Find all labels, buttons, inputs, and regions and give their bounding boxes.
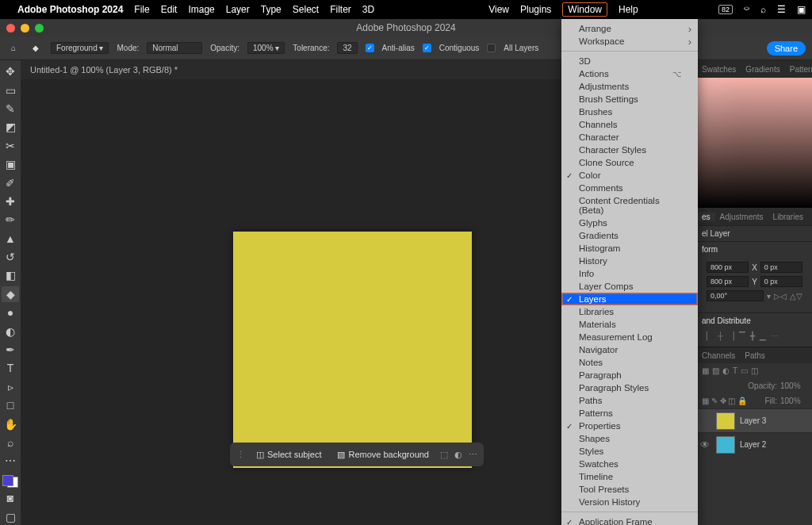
menu-item-libraries[interactable]: Libraries bbox=[561, 305, 698, 318]
menu-window[interactable]: Window bbox=[562, 2, 607, 17]
align-middle-icon[interactable]: ╋ bbox=[750, 331, 755, 340]
tab-p[interactable]: P bbox=[808, 213, 812, 221]
blur-tool[interactable]: ● bbox=[2, 305, 19, 320]
menu-image[interactable]: Image bbox=[188, 4, 214, 15]
menu-item-layer-comps[interactable]: Layer Comps bbox=[561, 280, 698, 293]
align-center-icon[interactable]: ┼ bbox=[718, 331, 723, 340]
contiguous-checkbox[interactable]: ✓ bbox=[423, 44, 431, 52]
menu-file[interactable]: File bbox=[134, 4, 149, 15]
object-select-tool[interactable]: ◩ bbox=[2, 119, 19, 135]
type-tool[interactable]: T bbox=[2, 360, 19, 376]
more-icon[interactable]: ⋯ bbox=[469, 450, 477, 460]
clone-stamp-tool[interactable]: ▲ bbox=[2, 231, 19, 247]
angle-input[interactable]: 0,00° bbox=[707, 290, 764, 301]
menu-select[interactable]: Select bbox=[293, 4, 319, 15]
menu-item-adjustments[interactable]: Adjustments bbox=[561, 80, 698, 93]
spotlight-icon[interactable]: ⌕ bbox=[760, 4, 766, 15]
align-right-icon[interactable]: ▕ bbox=[728, 331, 734, 340]
menu-item-swatches[interactable]: Swatches bbox=[561, 458, 698, 470]
anti-alias-checkbox[interactable]: ✓ bbox=[366, 44, 374, 52]
menu-item-3d[interactable]: 3D bbox=[561, 55, 698, 67]
lock-icons[interactable]: ▦ ✎ ✥ ◫ 🔒 bbox=[702, 397, 747, 405]
menu-edit[interactable]: Edit bbox=[161, 4, 178, 15]
menu-item-patterns[interactable]: Patterns bbox=[561, 407, 698, 420]
menu-help[interactable]: Help bbox=[619, 4, 638, 15]
menu-item-tool-presets[interactable]: Tool Presets bbox=[561, 483, 698, 496]
opacity-input[interactable]: 100% ▾ bbox=[247, 42, 285, 54]
pen-tool[interactable]: ✒ bbox=[2, 342, 19, 358]
menu-item-character[interactable]: Character bbox=[561, 131, 698, 144]
eyedropper-tool[interactable]: ✐ bbox=[2, 174, 19, 190]
home-icon[interactable]: ⌂ bbox=[6, 41, 21, 56]
hand-tool[interactable]: ✋ bbox=[2, 416, 19, 431]
paint-bucket-tool[interactable]: ◆ bbox=[2, 286, 19, 302]
align-more-icon[interactable]: ⋯ bbox=[771, 331, 779, 340]
tab-properties-partial[interactable]: es bbox=[697, 213, 715, 221]
creative-cloud-icon[interactable]: ▣ bbox=[797, 4, 806, 15]
align-left-icon[interactable]: ▏ bbox=[707, 331, 713, 340]
mode-select[interactable]: Normal bbox=[147, 42, 202, 54]
menu-item-arrange[interactable]: Arrange bbox=[561, 22, 698, 35]
crop-tool[interactable]: ✂ bbox=[2, 138, 19, 154]
tool-preset-icon[interactable]: ◆ bbox=[29, 41, 43, 56]
menu-item-paragraph-styles[interactable]: Paragraph Styles bbox=[561, 381, 698, 394]
close-window-button[interactable] bbox=[6, 24, 15, 33]
menu-item-actions[interactable]: Actions⌥ bbox=[561, 67, 698, 80]
menu-item-glyphs[interactable]: Glyphs bbox=[561, 217, 698, 229]
quick-mask-button[interactable]: ◙ bbox=[2, 490, 19, 506]
all-layers-checkbox[interactable] bbox=[487, 44, 496, 52]
marquee-tool[interactable]: ▭ bbox=[2, 82, 19, 98]
tab-adjustments[interactable]: Adjustments bbox=[715, 213, 768, 221]
tab-libraries[interactable]: Libraries bbox=[768, 213, 808, 221]
menu-item-color[interactable]: ✓Color bbox=[561, 169, 698, 182]
menu-item-paths[interactable]: Paths bbox=[561, 394, 698, 407]
select-subject-button[interactable]: ◫ Select subject bbox=[251, 448, 326, 462]
menu-plugins[interactable]: Plugins bbox=[520, 4, 551, 15]
menu-item-clone-source[interactable]: Clone Source bbox=[561, 156, 698, 169]
fill-preset-select[interactable]: Foreground ▾ bbox=[51, 42, 109, 54]
flip-h-icon[interactable]: ▷◁ bbox=[774, 292, 787, 301]
menu-item-version-history[interactable]: Version History bbox=[561, 496, 698, 508]
menu-item-materials[interactable]: Materials bbox=[561, 318, 698, 331]
rectangle-tool[interactable]: □ bbox=[2, 397, 19, 413]
path-select-tool[interactable]: ▹ bbox=[2, 379, 19, 395]
tab-gradients[interactable]: Gradients bbox=[741, 65, 784, 74]
zoom-window-button[interactable] bbox=[35, 24, 44, 33]
color-picker[interactable] bbox=[697, 78, 812, 208]
tab-paths[interactable]: Paths bbox=[740, 351, 770, 360]
wifi-icon[interactable]: ⌔ bbox=[744, 4, 749, 15]
align-bottom-icon[interactable]: ▁ bbox=[760, 331, 766, 340]
layer-row[interactable]: 👁Layer 2 bbox=[697, 432, 812, 456]
menu-item-history[interactable]: History bbox=[561, 255, 698, 267]
edit-toolbar-button[interactable]: ⋯ bbox=[2, 453, 19, 469]
menu-item-content-credentials-beta-[interactable]: Content Credentials (Beta) bbox=[561, 194, 698, 217]
filter-type-icon[interactable]: T bbox=[733, 366, 737, 375]
menu-type[interactable]: Type bbox=[261, 4, 282, 15]
adjust-icon[interactable]: ◐ bbox=[454, 450, 462, 460]
layer-fill-input[interactable]: 100% bbox=[780, 397, 807, 405]
filter-smart-icon[interactable]: ◫ bbox=[751, 366, 758, 375]
layer-filter-icon[interactable]: ▦ bbox=[702, 366, 709, 375]
menu-3d[interactable]: 3D bbox=[362, 4, 374, 15]
tab-channels[interactable]: Channels bbox=[697, 351, 740, 360]
menu-item-channels[interactable]: Channels bbox=[561, 118, 698, 131]
dodge-tool[interactable]: ◐ bbox=[2, 323, 19, 339]
height-input[interactable]: 800 px bbox=[707, 276, 749, 287]
filter-adjust-icon[interactable]: ◐ bbox=[722, 366, 730, 375]
menu-item-brushes[interactable]: Brushes bbox=[561, 105, 698, 118]
layer-opacity-input[interactable]: 100% bbox=[780, 381, 807, 390]
menu-item-gradients[interactable]: Gradients bbox=[561, 229, 698, 242]
layer-thumbnail[interactable] bbox=[716, 412, 735, 430]
menu-item-workspace[interactable]: Workspace bbox=[561, 35, 698, 48]
filter-shape-icon[interactable]: ▭ bbox=[741, 366, 748, 375]
width-input[interactable]: 800 px bbox=[707, 262, 749, 273]
history-brush-tool[interactable]: ↺ bbox=[2, 249, 19, 265]
menu-item-layers[interactable]: ✓Layers bbox=[561, 293, 698, 305]
lasso-tool[interactable]: ✎ bbox=[2, 101, 19, 117]
menu-item-comments[interactable]: Comments bbox=[561, 182, 698, 194]
remove-background-button[interactable]: ▧ Remove background bbox=[332, 448, 434, 462]
menu-item-timeline[interactable]: Timeline bbox=[561, 470, 698, 483]
menu-item-brush-settings[interactable]: Brush Settings bbox=[561, 93, 698, 105]
menu-item-styles[interactable]: Styles bbox=[561, 445, 698, 458]
canvas[interactable] bbox=[233, 232, 472, 468]
